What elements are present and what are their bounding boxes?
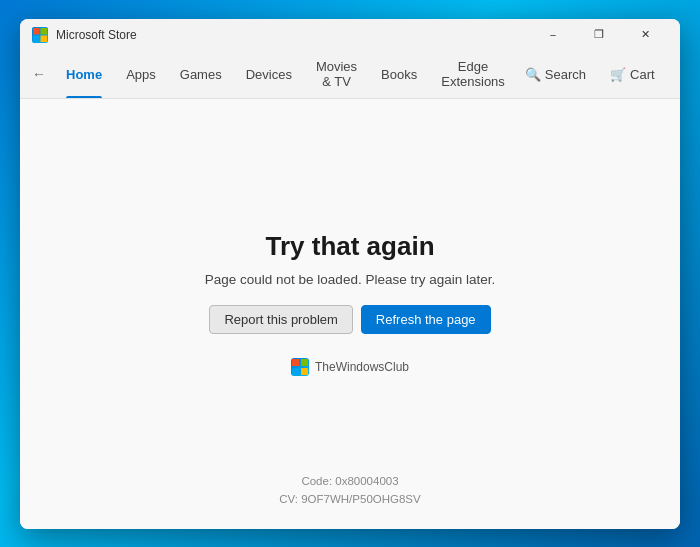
error-title: Try that again [265,231,434,262]
cart-label: Cart [630,67,655,82]
nav-items: Home Apps Games Devices Movies & TV Book… [54,50,517,98]
cart-button[interactable]: 🛒 Cart [602,63,663,86]
report-problem-button[interactable]: Report this problem [209,305,352,334]
app-window: Microsoft Store − ❐ ✕ ← Home Apps Games … [20,19,680,529]
error-buttons: Report this problem Refresh the page [209,305,490,334]
account-icon: 👤 [679,65,680,84]
restore-button[interactable]: ❐ [576,19,622,51]
svg-rect-2 [33,35,40,42]
back-icon: ← [32,66,46,82]
error-code: Code: 0x80004003 [279,472,420,490]
error-message: Page could not be loaded. Please try aga… [205,272,495,287]
watermark: TheWindowsClub [291,358,409,376]
svg-rect-0 [33,28,40,35]
svg-rect-6 [292,368,299,375]
watermark-icon [291,358,309,376]
nav-item-home[interactable]: Home [54,50,114,98]
search-label: Search [545,67,586,82]
search-icon: 🔍 [525,67,541,82]
search-button[interactable]: 🔍 Search [517,63,594,86]
minimize-button[interactable]: − [530,19,576,51]
svg-rect-7 [301,368,308,375]
nav-right: 🔍 Search 🛒 Cart 👤 ··· [517,58,680,90]
cv-code: CV: 9OF7WH/P50OHG8SV [279,490,420,508]
watermark-text: TheWindowsClub [315,360,409,374]
svg-rect-1 [41,28,48,35]
svg-rect-4 [292,359,299,366]
nav-item-books[interactable]: Books [369,50,429,98]
window-controls: − ❐ ✕ [530,19,668,51]
close-button[interactable]: ✕ [622,19,668,51]
nav-item-apps[interactable]: Apps [114,50,168,98]
title-bar: Microsoft Store − ❐ ✕ [20,19,680,51]
refresh-page-button[interactable]: Refresh the page [361,305,491,334]
svg-rect-5 [301,359,308,366]
nav-item-games[interactable]: Games [168,50,234,98]
app-icon [32,27,48,43]
window-title: Microsoft Store [56,28,530,42]
cart-icon: 🛒 [610,67,626,82]
error-container: Try that again Page could not be loaded.… [205,231,495,376]
account-button[interactable]: 👤 [671,61,680,88]
nav-item-edge[interactable]: Edge Extensions [429,50,517,98]
back-button[interactable]: ← [32,58,46,90]
nav-item-movies[interactable]: Movies & TV [304,50,369,98]
nav-item-devices[interactable]: Devices [234,50,304,98]
nav-bar: ← Home Apps Games Devices Movies & TV Bo… [20,51,680,99]
svg-rect-3 [41,35,48,42]
content-area: Try that again Page could not be loaded.… [20,99,680,529]
footer-codes: Code: 0x80004003 CV: 9OF7WH/P50OHG8SV [279,472,420,509]
